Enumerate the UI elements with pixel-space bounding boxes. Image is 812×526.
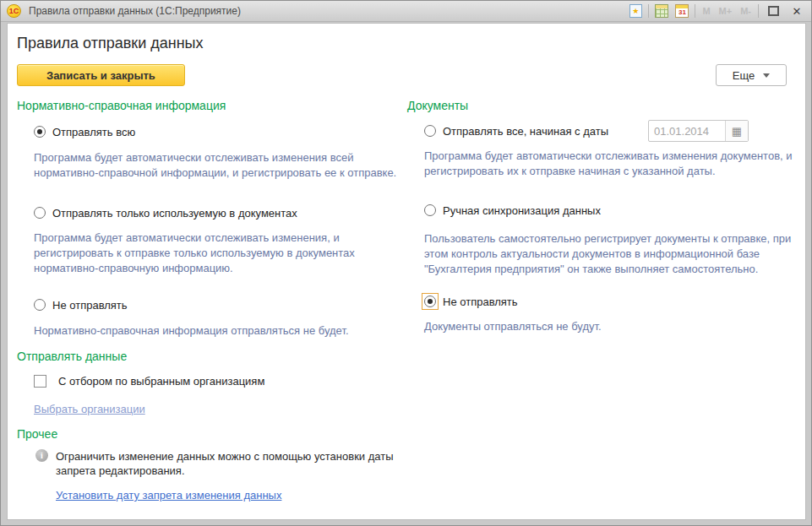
docs-do-not-send-description: Документы отправляться не будут. (407, 319, 798, 334)
documents-section: Документы Отправлять все, начиная с даты… (407, 99, 798, 334)
set-restriction-date-link-row: Установить дату запрета изменения данных (17, 489, 404, 502)
info-row: i Ограничить изменение данных можно с по… (17, 449, 404, 478)
memory-m-plus-button[interactable]: М+ (717, 6, 734, 16)
titlebar-separator (648, 4, 649, 18)
radio-icon[interactable] (424, 125, 436, 137)
nsi-do-not-send-description: Нормативно-справочная информация отправл… (17, 323, 404, 339)
calendar-picker-button[interactable]: ▦ (725, 121, 748, 141)
radio-icon[interactable] (34, 299, 46, 311)
checkbox-icon[interactable] (34, 375, 46, 388)
info-icon: i (35, 449, 48, 462)
save-and-close-button[interactable]: Записать и закрыть (17, 64, 185, 86)
radio-icon[interactable] (34, 126, 46, 138)
1c-logo-icon: 1С (7, 4, 21, 18)
more-button-label: Еще (733, 69, 755, 82)
radio-label: Ручная синхронизация данных (443, 204, 601, 217)
nsi-send-all-description: Программа будет автоматически отслеживат… (17, 150, 404, 205)
titlebar-separator (695, 4, 695, 18)
more-button[interactable]: Еще (716, 64, 787, 86)
select-organizations-link-row: Выбрать организации (17, 403, 404, 416)
titlebar[interactable]: 1С Правила отправки данных (1С:Предприят… (1, 1, 811, 22)
memory-m-button[interactable]: М (700, 6, 711, 16)
radio-label: Не отправлять (52, 299, 128, 312)
nsi-send-used-description: Программа будет автоматически отслеживат… (17, 230, 404, 297)
window-title: Правила отправки данных (1С:Предприятие) (29, 5, 628, 17)
calendar-icon[interactable] (674, 3, 689, 19)
app-window: 1С Правила отправки данных (1С:Предприят… (0, 0, 812, 526)
radio-docs-send-all-from-date[interactable]: Отправлять все, начиная с даты ▦ (407, 120, 798, 142)
info-text: Ограничить изменение данных можно с помо… (56, 449, 404, 478)
radio-docs-do-not-send[interactable]: Не отправлять (407, 292, 798, 311)
favorites-document-icon[interactable] (628, 3, 643, 19)
radio-label: Отправлять все, начиная с даты (443, 125, 608, 138)
radio-nsi-send-used-only[interactable]: Отправлять только используемую в докумен… (17, 205, 404, 220)
calculator-glyph (655, 4, 668, 18)
radio-icon[interactable] (424, 296, 436, 307)
set-restriction-date-link[interactable]: Установить дату запрета изменения данных (56, 489, 281, 502)
select-organizations-link[interactable]: Выбрать организации (34, 403, 145, 415)
radio-label: Отправлять только используемую в докумен… (52, 207, 297, 220)
start-date-field-group: ▦ (648, 120, 749, 142)
radio-icon[interactable] (424, 204, 436, 216)
radio-label: Отправлять всю (52, 126, 135, 138)
docs-manual-sync-description: Пользователь самостоятельно регистрирует… (407, 231, 798, 292)
close-button[interactable] (787, 3, 806, 19)
focus-ring (424, 296, 436, 307)
nsi-section: Нормативно-справочная информация Отправл… (17, 99, 404, 502)
toolbar: Записать и закрыть Еще (17, 64, 796, 86)
checkbox-label: С отбором по выбранным организациям (58, 375, 264, 388)
page-title: Правила отправки данных (17, 35, 805, 52)
section-title-documents: Документы (407, 99, 798, 113)
radio-docs-manual-sync[interactable]: Ручная синхронизация данных (407, 203, 798, 218)
chevron-down-icon (763, 73, 770, 78)
start-date-input[interactable] (649, 125, 725, 138)
section-title-nsi: Нормативно-справочная информация (17, 99, 404, 113)
calendar-glyph (675, 4, 689, 18)
docs-send-all-description: Программа будет автоматически отслеживат… (407, 149, 798, 203)
radio-label: Не отправлять (443, 296, 518, 308)
checkbox-filter-by-organizations[interactable]: С отбором по выбранным организациям (17, 373, 404, 388)
radio-nsi-do-not-send[interactable]: Не отправлять (17, 297, 404, 312)
memory-m-minus-button[interactable]: М- (738, 6, 753, 16)
radio-icon[interactable] (34, 207, 46, 219)
form-surface: Правила отправки данных Записать и закры… (7, 23, 806, 520)
radio-nsi-send-all[interactable]: Отправлять всю (17, 124, 404, 139)
maximize-button[interactable] (764, 3, 782, 19)
section-title-send-data: Отправлять данные (17, 350, 404, 364)
calculator-icon[interactable] (654, 3, 669, 19)
star-page-icon (629, 4, 642, 18)
titlebar-separator (758, 4, 759, 18)
section-title-other: Прочее (17, 427, 404, 442)
